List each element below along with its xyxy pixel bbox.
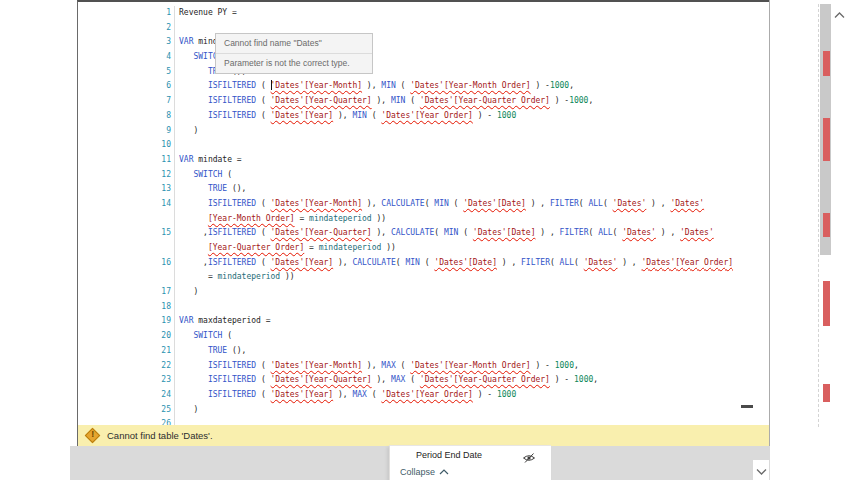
code-token: =	[304, 243, 318, 252]
error-mark	[823, 384, 830, 402]
code-token: (	[367, 111, 381, 120]
code-token: TRUE	[208, 184, 227, 193]
code-token	[179, 96, 208, 105]
column-reference-token: [Year-Month Order]	[208, 214, 295, 223]
code-text: ISFILTERED ( 'Dates'[Year-Month] ), MIN …	[175, 79, 574, 94]
code-token: ),	[333, 111, 352, 120]
code-line[interactable]: 10	[156, 138, 816, 153]
code-token: ))	[280, 272, 294, 281]
line-number: 20	[156, 329, 175, 344]
code-line[interactable]: 11VAR mindate =	[156, 153, 816, 168]
code-token: ISFILTERED	[208, 111, 256, 120]
code-token: =	[295, 214, 309, 223]
column-reference-token: 'Dates'[Year-Quarter]	[271, 228, 372, 237]
code-token: ) ,	[497, 258, 521, 267]
code-line[interactable]: 19VAR maxdateperiod =	[156, 314, 816, 329]
code-token: mindateperiod	[319, 243, 382, 252]
line-number: 13	[156, 182, 175, 197]
code-line[interactable]: 6 ISFILTERED ( 'Dates'[Year-Month] ), MI…	[156, 79, 816, 94]
code-token: (),	[227, 346, 246, 355]
code-token	[179, 390, 208, 399]
column-reference-token: 'Dates'[Year Order]	[642, 258, 734, 267]
code-token: ) ,	[656, 228, 680, 237]
code-line[interactable]: 9 )	[156, 124, 816, 139]
code-token: ))	[372, 214, 386, 223]
code-line[interactable]: = mindateperiod ))	[156, 270, 816, 285]
code-line[interactable]: [Year-Month Order] = mindateperiod ))	[156, 212, 816, 227]
code-line[interactable]: 15 ,ISFILTERED ( 'Dates'[Year-Quarter] )…	[156, 226, 816, 241]
line-number: 21	[156, 344, 175, 359]
scroll-up-button[interactable]	[831, 6, 847, 22]
code-line[interactable]: [Year-Quarter Order] = mindateperiod ))	[156, 241, 816, 256]
code-line[interactable]: 16 ,ISFILTERED ( 'Dates'[Year] ), CALCUL…	[156, 256, 816, 271]
code-token: )	[179, 287, 198, 296]
code-line[interactable]: 22 ISFILTERED ( 'Dates'[Year-Month] ), M…	[156, 359, 816, 374]
code-token: (	[396, 81, 410, 90]
code-text: )	[175, 285, 198, 300]
formula-editor[interactable]: 1Revenue PY = 23VAR mindateperiod =4 SWI…	[77, 0, 770, 446]
code-token	[179, 52, 193, 61]
code-token: ISFILTERED	[208, 96, 256, 105]
code-token: ALL	[598, 228, 612, 237]
code-line[interactable]: 18	[156, 300, 816, 315]
code-text: )	[175, 403, 198, 418]
column-reference-token: 'Dates'	[584, 258, 618, 267]
code-token: (	[256, 258, 270, 267]
code-token: 1000	[497, 111, 516, 120]
chevron-down-icon	[756, 461, 767, 479]
column-reference-token: 'Dates'[Date]	[473, 228, 536, 237]
column-reference-token: 'Dates'[Year]	[271, 390, 334, 399]
code-line[interactable]: 25 )	[156, 403, 816, 418]
code-token: MAX	[381, 361, 395, 370]
code-token: ) -	[473, 390, 497, 399]
code-token: ,	[593, 375, 598, 384]
code-token: CALCULATE	[391, 228, 434, 237]
code-token: (	[405, 96, 419, 105]
scroll-down-button[interactable]	[753, 460, 769, 480]
code-token: (	[256, 81, 270, 90]
code-text: Revenue PY =	[175, 6, 242, 21]
code-line[interactable]: 14 ISFILTERED ( 'Dates'[Year-Month] ), C…	[156, 197, 816, 212]
code-token: MIN	[405, 258, 419, 267]
code-token	[179, 111, 208, 120]
column-reference-token: 'Dates'[Year-Month Order]	[410, 361, 530, 370]
code-token: MIN	[381, 81, 395, 90]
overview-ruler[interactable]	[818, 4, 831, 427]
code-token: (	[367, 390, 381, 399]
line-number: 12	[156, 168, 175, 183]
code-token: ),	[372, 228, 391, 237]
field-row[interactable]: Period End Date	[390, 448, 551, 463]
collapse-button[interactable]: Collapse	[400, 464, 449, 479]
code-line[interactable]: 23 ISFILTERED ( 'Dates'[Year-Quarter] ),…	[156, 373, 816, 388]
code-line[interactable]: 13 TRUE (),	[156, 182, 816, 197]
code-line[interactable]: 7 ISFILTERED ( 'Dates'[Year-Quarter] ), …	[156, 94, 816, 109]
code-text	[175, 138, 179, 153]
editor-scrollbar[interactable]	[831, 4, 847, 448]
code-token: ISFILTERED	[208, 81, 256, 90]
code-text: ISFILTERED ( 'Dates'[Year] ), MIN ( 'Dat…	[175, 109, 516, 124]
eye-slash-icon[interactable]	[522, 450, 536, 468]
chevron-up-icon	[439, 469, 449, 475]
line-number: 10	[156, 138, 175, 153]
code-token: (	[550, 258, 560, 267]
line-number: 23	[156, 373, 175, 388]
code-text: TRUE (),	[175, 344, 246, 359]
code-token: )	[179, 126, 198, 135]
code-line[interactable]: 1Revenue PY =	[156, 6, 816, 21]
code-token: ,	[179, 258, 208, 267]
code-text: SWITCH (	[175, 329, 232, 344]
line-number: 15	[156, 226, 175, 241]
code-token: Revenue PY =	[179, 8, 242, 17]
code-line[interactable]: 20 SWITCH (	[156, 329, 816, 344]
dax-editor-screen: 1Revenue PY = 23VAR mindateperiod =4 SWI…	[0, 0, 853, 480]
code-text: [Year-Month Order] = mindateperiod ))	[175, 212, 386, 227]
code-line[interactable]: 24 ISFILTERED ( 'Dates'[Year] ), MAX ( '…	[156, 388, 816, 403]
code-line[interactable]: 17 )	[156, 285, 816, 300]
code-token: FILTER	[550, 199, 579, 208]
code-token: ),	[362, 199, 381, 208]
code-line[interactable]: 12 SWITCH (	[156, 168, 816, 183]
code-line[interactable]: 8 ISFILTERED ( 'Dates'[Year] ), MIN ( 'D…	[156, 109, 816, 124]
code-token: 1000	[569, 96, 588, 105]
code-line[interactable]: 21 TRUE (),	[156, 344, 816, 359]
column-reference-token: 'Dates'	[680, 228, 714, 237]
